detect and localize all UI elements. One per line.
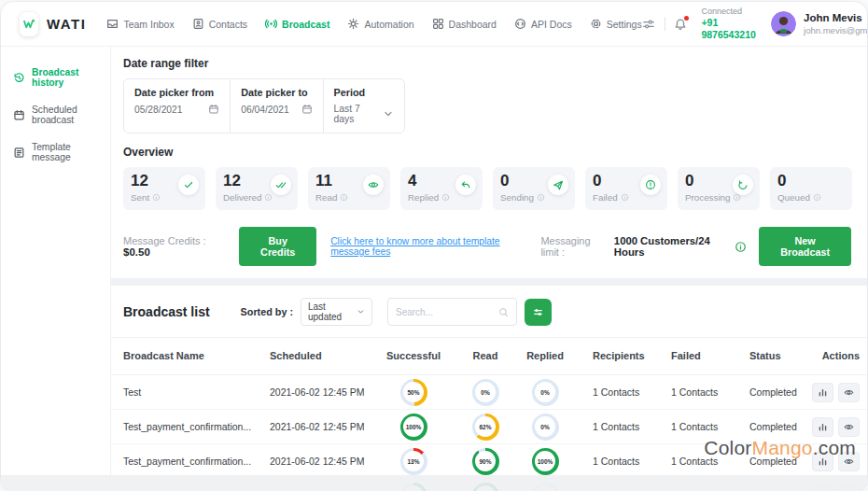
app-body: Broadcast historyScheduled broadcastTemp… — [1, 47, 867, 491]
list-settings-button[interactable] — [525, 299, 552, 326]
info-icon[interactable] — [621, 193, 629, 202]
bottom-fade — [1, 475, 867, 491]
nav-item-api-docs[interactable]: API Docs — [514, 18, 572, 30]
messaging-limit-value: 1000 Customers/24 Hours — [614, 235, 730, 258]
scheduled-time: 2021-06-02 12:45 PM — [270, 456, 372, 467]
view-button[interactable] — [838, 383, 860, 402]
credits-row: Message Credits : $0.50 Buy Credits Clic… — [123, 227, 860, 266]
user-info[interactable]: John Mevis john.mevis@gmail.com — [804, 11, 867, 36]
info-icon[interactable] — [441, 193, 450, 202]
replied-progress-ring: 0% — [532, 379, 559, 406]
progress-value: 50% — [403, 382, 424, 402]
nav-item-settings[interactable]: Settings — [590, 18, 642, 30]
bell-icon[interactable] — [674, 18, 687, 31]
api-icon — [514, 18, 526, 30]
date-picker-to[interactable]: Date picker to 06/04/2021 — [230, 79, 322, 133]
dashboard-icon — [432, 18, 444, 30]
successful-progress-ring: 50% — [400, 379, 427, 406]
date-range-filter-card: Date picker from 05/28/2021 Date picker … — [123, 78, 405, 133]
connection-status: Connected +91 9876543210 — [701, 7, 756, 42]
sliders-icon[interactable] — [642, 18, 655, 31]
template-fees-link[interactable]: Click here to know more about template m… — [330, 236, 540, 257]
nav-item-team-inbox[interactable]: Team Inbox — [106, 18, 174, 30]
progress-value: 13% — [403, 451, 424, 471]
nav-item-contacts[interactable]: Contacts — [192, 18, 247, 30]
nav-item-dashboard[interactable]: Dashboard — [432, 18, 497, 30]
overview-title: Overview — [123, 146, 860, 159]
info-icon[interactable] — [537, 193, 545, 202]
recipients-count: 1 Contacts — [574, 421, 652, 432]
message-credits: Message Credits : $0.50 — [123, 235, 225, 258]
status-label: Completed — [731, 421, 807, 432]
stat-value: 0 — [777, 172, 845, 190]
inbox-icon — [106, 18, 119, 30]
sidebar-item-broadcast-history[interactable]: Broadcast history — [1, 59, 110, 96]
history-icon — [13, 72, 25, 84]
contacts-icon — [192, 18, 204, 30]
stat-card-queued: 0Queued — [770, 167, 852, 210]
date-picker-from[interactable]: Date picker from 05/28/2021 — [124, 79, 230, 133]
calendar-icon — [13, 109, 25, 121]
date-range-filter-title: Date range filter — [123, 57, 860, 70]
chevron-down-icon[interactable] — [383, 108, 394, 119]
analytics-button[interactable] — [812, 417, 833, 437]
filter-section: Date range filter Date picker from 05/28… — [111, 47, 867, 278]
wati-logo-icon[interactable] — [20, 12, 38, 36]
sort-dropdown[interactable]: Last updated — [301, 298, 372, 326]
period-label: Period — [334, 87, 394, 98]
broadcast-name: Test — [123, 386, 270, 398]
search-input[interactable] — [396, 307, 498, 317]
automation-icon — [347, 18, 359, 30]
brand-name: WATI — [47, 16, 86, 32]
nav-item-automation[interactable]: Automation — [347, 18, 413, 30]
reply-icon — [455, 175, 476, 195]
alert-icon — [640, 175, 661, 195]
view-button[interactable] — [838, 417, 860, 437]
replied-progress-ring: 100% — [532, 448, 559, 475]
sidebar-item-template-message[interactable]: Template message — [1, 133, 110, 171]
info-icon[interactable] — [813, 193, 821, 202]
broadcast-name: Test_payment_confirmation... — [123, 456, 270, 467]
stat-label: Sending — [500, 192, 534, 203]
failed-count: 1 Contacts — [652, 386, 731, 398]
new-broadcast-button[interactable]: New Broadcast — [759, 227, 851, 266]
avatar[interactable] — [771, 11, 796, 36]
date-from-value[interactable]: 05/28/2021 — [134, 105, 183, 115]
template-icon — [13, 147, 25, 159]
sidebar-item-label: Scheduled broadcast — [32, 105, 105, 125]
sidebar-item-scheduled-broadcast[interactable]: Scheduled broadcast — [1, 96, 110, 133]
period-select[interactable]: Period Last 7 days — [323, 79, 404, 133]
progress-value: 0% — [535, 416, 555, 437]
buy-credits-button[interactable]: Buy Credits — [239, 227, 316, 266]
connected-phone: +91 9876543210 — [701, 17, 756, 41]
table-row: Test2021-06-02 12:45 PM50%0%0%1 Contacts… — [111, 375, 867, 410]
analytics-button[interactable] — [812, 383, 833, 402]
read-progress-ring: 90% — [472, 448, 499, 475]
column-header-replied: Replied — [516, 350, 574, 361]
info-icon[interactable] — [340, 193, 348, 202]
date-to-value[interactable]: 06/04/2021 — [241, 105, 289, 115]
user-email: john.mevis@gmail.com — [804, 25, 867, 36]
eye-icon — [363, 175, 384, 195]
message-credits-value: $0.50 — [123, 246, 150, 258]
nav-label: Contacts — [209, 19, 247, 30]
sliders-icon — [532, 306, 544, 318]
stat-card-failed: 0Failed — [585, 167, 667, 210]
nav-item-broadcast[interactable]: Broadcast — [265, 18, 329, 30]
search-icon — [498, 307, 509, 317]
search-box[interactable] — [387, 298, 517, 326]
notification-dot — [684, 16, 689, 21]
date-to-label: Date picker to — [241, 87, 312, 98]
period-value[interactable]: Last 7 days — [334, 104, 383, 124]
info-icon[interactable] — [735, 241, 747, 253]
read-progress-ring: 0% — [472, 379, 499, 406]
calendar-icon[interactable] — [208, 104, 219, 115]
stat-label: Read — [315, 192, 337, 203]
info-icon[interactable] — [152, 193, 161, 202]
calendar-icon[interactable] — [301, 104, 313, 115]
date-from-label: Date picker from — [134, 87, 219, 98]
top-bar: WATI Team InboxContactsBroadcastAutomati… — [1, 2, 867, 47]
overview-stats: 12Sent12Delivered11Read4Replied0Sending0… — [123, 167, 860, 210]
info-icon[interactable] — [264, 193, 273, 202]
user-name: John Mevis — [804, 11, 867, 25]
